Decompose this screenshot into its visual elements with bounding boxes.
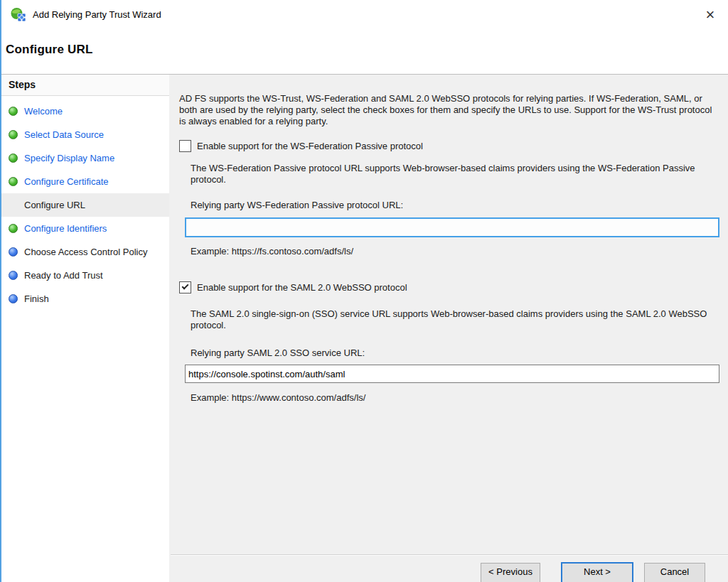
sidebar-item-finish: Finish (1, 287, 169, 311)
content-pane: AD FS supports the WS-Trust, WS-Federati… (169, 75, 728, 582)
wsfed-checkbox-row: Enable support for the WS-Federation Pas… (179, 140, 719, 152)
saml-checkbox-checked[interactable] (179, 281, 191, 293)
saml-example-text: Example: https://www.contoso.com/adfs/ls… (191, 392, 719, 404)
footer-divider (171, 554, 728, 556)
wizard-window: Add Relying Party Trust Wizard × Configu… (0, 0, 728, 582)
saml-description: The SAML 2.0 single-sign-on (SSO) servic… (191, 308, 710, 331)
step-upcoming-icon (9, 271, 18, 280)
step-completed-icon (9, 107, 18, 116)
previous-button[interactable]: < Previous (481, 563, 540, 582)
steps-header: Steps (1, 75, 169, 96)
wsfed-example-text: Example: https://fs.contoso.com/adfs/ls/ (191, 246, 719, 257)
sidebar-item-welcome[interactable]: Welcome (1, 99, 169, 123)
close-icon[interactable]: × (700, 4, 721, 26)
wsfed-checkbox-label[interactable]: Enable support for the WS-Federation Pas… (197, 140, 423, 152)
adfs-wizard-icon (10, 7, 27, 24)
title-bar: Add Relying Party Trust Wizard × (1, 0, 728, 31)
checkmark-icon (182, 283, 189, 290)
sidebar-item-choose-access-control-policy: Choose Access Control Policy (1, 240, 169, 264)
window-title: Add Relying Party Trust Wizard (33, 9, 161, 20)
step-completed-icon (9, 130, 18, 139)
wsfed-url-label: Relying party WS-Federation Passive prot… (191, 200, 719, 211)
saml-checkbox-row: Enable support for the SAML 2.0 WebSSO p… (179, 281, 719, 293)
saml-checkbox-label[interactable]: Enable support for the SAML 2.0 WebSSO p… (197, 281, 407, 293)
step-upcoming-icon (9, 247, 18, 257)
page-title: Configure URL (6, 43, 93, 57)
sidebar-item-specify-display-name[interactable]: Specify Display Name (1, 146, 169, 170)
intro-text: AD FS supports the WS-Trust, WS-Federati… (179, 93, 719, 127)
step-completed-icon (9, 200, 18, 210)
cancel-button[interactable]: Cancel (644, 563, 705, 582)
saml-url-label: Relying party SAML 2.0 SSO service URL: (191, 347, 719, 359)
step-completed-icon (9, 153, 18, 163)
sidebar-item-configure-identifiers[interactable]: Configure Identifiers (1, 217, 169, 240)
step-upcoming-icon (9, 294, 18, 303)
steps-sidebar: Steps Welcome Select Data Source Specify… (1, 75, 169, 582)
step-completed-icon (9, 224, 18, 233)
step-completed-icon (9, 177, 18, 186)
wsfed-checkbox[interactable] (179, 140, 191, 152)
sidebar-item-select-data-source[interactable]: Select Data Source (1, 123, 169, 146)
next-button[interactable]: Next > (561, 562, 633, 582)
sidebar-item-configure-url[interactable]: Configure URL (1, 193, 169, 217)
sidebar-item-ready-to-add-trust: Ready to Add Trust (1, 264, 169, 287)
wsfed-url-input[interactable] (185, 217, 719, 237)
wsfed-description: The WS-Federation Passive protocol URL s… (191, 163, 710, 185)
steps-list: Welcome Select Data Source Specify Displ… (1, 96, 169, 311)
sidebar-item-configure-certificate[interactable]: Configure Certificate (1, 170, 169, 193)
saml-url-input[interactable] (185, 365, 719, 383)
